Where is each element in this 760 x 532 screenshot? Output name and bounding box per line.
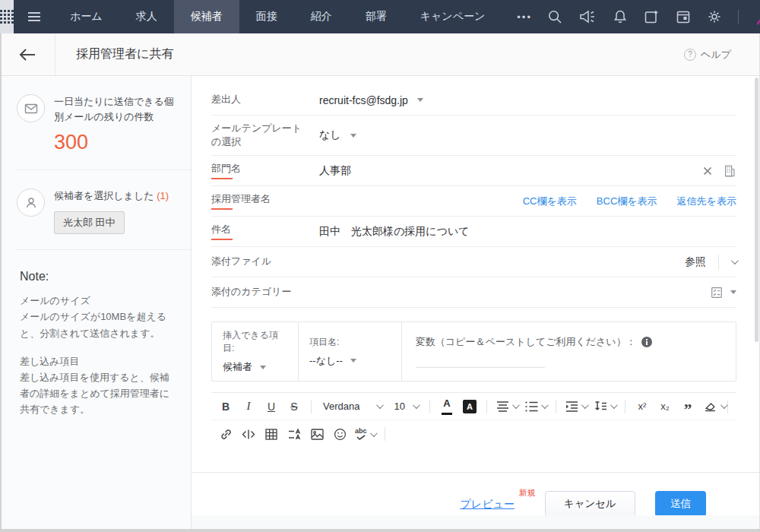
help-button[interactable]: ? ヘルプ — [684, 48, 731, 62]
email-compose-panel: 差出人 recruit-fcs@fsdg.jp メールテンプレートの選択 なし … — [192, 76, 760, 529]
chevron-down-icon — [581, 401, 589, 409]
subject-label: 件名 — [211, 218, 319, 245]
user-avatar[interactable] — [755, 7, 760, 27]
toolbar-row-2: abc — [211, 420, 736, 448]
calendar-icon[interactable] — [676, 9, 691, 24]
gear-icon[interactable] — [707, 9, 722, 24]
candidate-chip[interactable]: 光太郎 田中 — [54, 211, 125, 234]
font-family-select[interactable]: Verdana — [318, 401, 386, 412]
nav-more-button[interactable]: ••• — [502, 0, 547, 33]
template-select[interactable]: なし — [319, 128, 356, 142]
category-label: 添付のカテゴリー — [211, 280, 299, 303]
left-sidebar: 一日当たりに送信できる個別メールの残りの件数 300 候補者を選択しました (1… — [0, 76, 192, 529]
highlight-color-button[interactable]: A — [460, 397, 480, 416]
show-replyto-link[interactable]: 返信先を表示 — [677, 195, 736, 208]
italic-button[interactable]: I — [239, 397, 258, 416]
note-heading: Note: — [20, 270, 176, 283]
insert-image-button[interactable] — [307, 424, 327, 444]
insert-emoji-button[interactable] — [330, 424, 350, 444]
preview-link[interactable]: プレビュー — [461, 498, 515, 510]
bold-button[interactable]: B — [216, 397, 236, 416]
font-size-select[interactable]: 10 — [389, 401, 422, 412]
browse-button[interactable]: 参照 — [685, 255, 706, 269]
list-button[interactable] — [523, 397, 549, 416]
window-bottom-edge — [0, 529, 760, 532]
insert-field-col: 挿入できる項目: 候補者 — [212, 322, 298, 381]
email-body-editor[interactable] — [211, 448, 736, 472]
cc-bcc-links: CC欄を表示 BCC欄を表示 返信先を表示 — [523, 195, 736, 208]
note-block: Note: メールのサイズ メールのサイズが10MBを超えると、分割されて送信さ… — [0, 250, 191, 416]
chevron-down-icon — [413, 401, 420, 409]
info-icon[interactable] — [641, 337, 652, 347]
template-row: メールテンプレートの選択 なし — [211, 116, 736, 156]
back-arrow-icon — [18, 47, 36, 62]
category-dropdown-arrow-icon[interactable] — [730, 290, 736, 294]
color-bar — [442, 413, 452, 415]
cancel-button[interactable]: キャンセル — [545, 491, 635, 517]
quota-count: 300 — [54, 131, 180, 154]
insert-link-button[interactable] — [216, 424, 236, 444]
clear-department-icon[interactable] — [703, 166, 712, 176]
toolbar-row-1: B I U S Verdana 10 — [211, 393, 736, 420]
nav-tab-interviews[interactable]: 面接 — [239, 0, 294, 33]
variable-label: 変数（コピー＆ペーストしてご利用ください）： — [416, 335, 636, 349]
variable-output-field[interactable] — [416, 357, 545, 368]
attachment-row: 添付ファイル 参照 — [211, 247, 736, 277]
underline-button[interactable]: U — [261, 397, 281, 416]
field-name-select[interactable]: --なし-- — [309, 354, 391, 368]
send-button[interactable]: 送信 — [655, 491, 706, 517]
note2-title: 差し込み項目 — [20, 356, 80, 367]
nav-tab-home[interactable]: ホーム — [53, 0, 119, 33]
editor-toolbar: B I U S Verdana 10 — [211, 392, 736, 448]
nav-menu-button[interactable] — [14, 0, 53, 33]
insert-table-button[interactable] — [261, 424, 281, 444]
nav-tab-campaigns[interactable]: キャンペーン — [404, 0, 502, 33]
chevron-down-icon — [376, 401, 384, 409]
compose-note-icon[interactable] — [644, 9, 660, 24]
align-button[interactable] — [494, 397, 520, 416]
clear-format-button[interactable] — [701, 397, 720, 416]
superscript-button[interactable]: x² — [632, 397, 652, 416]
subscript-button[interactable]: x₂ — [655, 397, 675, 416]
from-select[interactable]: recruit-fcs@fsdg.jp — [319, 94, 423, 106]
subject-input[interactable]: 田中 光太郎様の採用について — [319, 225, 470, 239]
dropdown-arrow-icon — [417, 98, 423, 102]
megaphone-icon[interactable] — [578, 9, 597, 24]
line-spacing-button[interactable] — [592, 397, 618, 416]
show-bcc-link[interactable]: BCC欄を表示 — [597, 195, 657, 208]
blockquote-button[interactable]: ” — [678, 397, 698, 416]
font-color-button[interactable]: A — [437, 397, 457, 416]
insert-field-label: 挿入できる項目: — [223, 329, 287, 355]
mail-icon — [17, 94, 45, 122]
bell-icon[interactable] — [613, 9, 628, 24]
nav-tabs: ホーム 求人 候補者 面接 紹介 部署 キャンペーン ••• — [14, 0, 547, 33]
back-button[interactable] — [0, 33, 55, 75]
app-launcher-button[interactable] — [0, 0, 14, 33]
text-divider-button[interactable] — [284, 424, 304, 444]
show-cc-link[interactable]: CC欄を表示 — [523, 195, 577, 208]
nav-tab-referrals[interactable]: 紹介 — [294, 0, 349, 33]
nav-tab-jobs[interactable]: 求人 — [119, 0, 174, 33]
department-lookup-icon[interactable] — [723, 164, 736, 178]
insert-code-button[interactable] — [239, 424, 258, 444]
required-underline — [211, 208, 233, 210]
spellcheck-button[interactable]: abc — [353, 424, 378, 444]
nav-tab-candidates[interactable]: 候補者 — [174, 0, 239, 33]
selected-count: (1) — [157, 190, 169, 201]
from-label: 差出人 — [211, 88, 319, 111]
department-row: 部門名 人事部 — [211, 156, 736, 186]
note1-title: メールのサイズ — [20, 295, 90, 306]
nav-actions — [547, 0, 760, 33]
attachment-options-chevron-icon[interactable] — [731, 257, 739, 264]
category-list-icon[interactable] — [710, 286, 724, 299]
indent-button[interactable] — [563, 397, 589, 416]
chevron-down-icon — [541, 401, 549, 409]
department-label: 部門名 — [211, 157, 319, 184]
department-value[interactable]: 人事部 — [319, 164, 351, 178]
scrollbar-thumb[interactable] — [755, 78, 758, 342]
nav-tab-departments[interactable]: 部署 — [349, 0, 404, 33]
insert-field-select[interactable]: 候補者 — [223, 360, 287, 374]
search-icon[interactable] — [547, 9, 562, 24]
strikethrough-button[interactable]: S — [284, 397, 304, 416]
variable-col: 変数（コピー＆ペーストしてご利用ください）： — [401, 322, 736, 381]
